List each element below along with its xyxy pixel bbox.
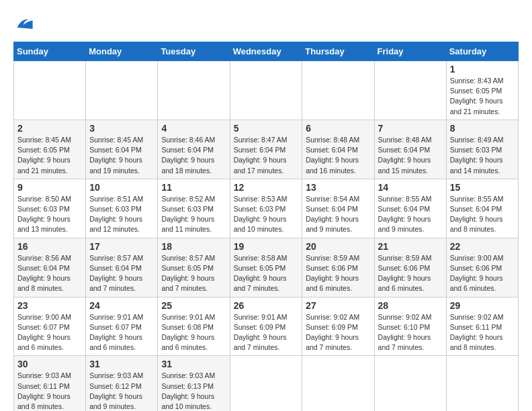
day-info: Sunrise: 9:02 AMSunset: 6:11 PMDaylight:… [450, 313, 504, 352]
day-number: 2 [17, 123, 82, 134]
day-number: 6 [306, 123, 370, 134]
day-number: 11 [161, 182, 226, 193]
calendar-cell [374, 61, 446, 120]
calendar-cell: 24Sunrise: 9:01 AMSunset: 6:07 PMDayligh… [86, 297, 158, 356]
day-info: Sunrise: 8:55 AMSunset: 6:04 PMDaylight:… [450, 195, 504, 234]
calendar-cell: 12Sunrise: 8:53 AMSunset: 6:03 PMDayligh… [230, 179, 302, 238]
calendar-cell: 1Sunrise: 8:43 AMSunset: 6:05 PMDaylight… [446, 61, 518, 120]
day-info: Sunrise: 8:59 AMSunset: 6:06 PMDaylight:… [306, 254, 359, 293]
day-number: 3 [89, 123, 154, 134]
day-number: 7 [378, 123, 443, 134]
calendar-cell: 31Sunrise: 9:03 AMSunset: 6:13 PMDayligh… [158, 356, 230, 411]
calendar-cell: 10Sunrise: 8:51 AMSunset: 6:03 PMDayligh… [86, 179, 158, 238]
calendar-cell: 2Sunrise: 8:45 AMSunset: 6:05 PMDaylight… [14, 120, 86, 179]
day-info: Sunrise: 9:01 AMSunset: 6:09 PMDaylight:… [234, 313, 287, 352]
day-number: 23 [17, 300, 82, 311]
weekday-header-saturday: Saturday [446, 42, 518, 61]
weekday-header-thursday: Thursday [302, 42, 374, 61]
day-info: Sunrise: 8:48 AMSunset: 6:04 PMDaylight:… [306, 136, 359, 175]
calendar-cell: 7Sunrise: 8:48 AMSunset: 6:04 PMDaylight… [374, 120, 446, 179]
day-info: Sunrise: 8:58 AMSunset: 6:05 PMDaylight:… [234, 254, 287, 293]
day-info: Sunrise: 8:59 AMSunset: 6:06 PMDaylight:… [378, 254, 432, 293]
day-info: Sunrise: 9:01 AMSunset: 6:08 PMDaylight:… [161, 313, 215, 352]
calendar-cell: 22Sunrise: 9:00 AMSunset: 6:06 PMDayligh… [446, 238, 518, 297]
day-number: 18 [161, 241, 226, 252]
day-number: 17 [89, 241, 154, 252]
day-info: Sunrise: 8:50 AMSunset: 6:03 PMDaylight:… [17, 195, 71, 234]
calendar-cell: 28Sunrise: 9:02 AMSunset: 6:10 PMDayligh… [374, 297, 446, 356]
calendar-cell [86, 61, 158, 120]
day-number: 13 [306, 182, 370, 193]
calendar-cell: 5Sunrise: 8:47 AMSunset: 6:04 PMDaylight… [230, 120, 302, 179]
calendar-week-row: 2Sunrise: 8:45 AMSunset: 6:05 PMDaylight… [14, 120, 519, 179]
calendar-week-row: 30Sunrise: 9:03 AMSunset: 6:11 PMDayligh… [14, 356, 519, 411]
day-info: Sunrise: 8:53 AMSunset: 6:03 PMDaylight:… [234, 195, 287, 234]
calendar-cell [158, 61, 230, 120]
day-number: 8 [450, 123, 515, 134]
day-number: 29 [450, 300, 515, 311]
day-number: 9 [17, 182, 82, 193]
calendar-week-row: 9Sunrise: 8:50 AMSunset: 6:03 PMDaylight… [14, 179, 519, 238]
day-info: Sunrise: 8:45 AMSunset: 6:04 PMDaylight:… [89, 136, 143, 175]
calendar-cell: 4Sunrise: 8:46 AMSunset: 6:04 PMDaylight… [158, 120, 230, 179]
day-number: 24 [89, 300, 154, 311]
calendar-cell: 16Sunrise: 8:56 AMSunset: 6:04 PMDayligh… [14, 238, 86, 297]
day-info: Sunrise: 9:02 AMSunset: 6:10 PMDaylight:… [378, 313, 432, 352]
calendar-cell: 29Sunrise: 9:02 AMSunset: 6:11 PMDayligh… [446, 297, 518, 356]
calendar-cell: 3Sunrise: 8:45 AMSunset: 6:04 PMDaylight… [86, 120, 158, 179]
day-info: Sunrise: 8:57 AMSunset: 6:04 PMDaylight:… [89, 254, 143, 293]
day-info: Sunrise: 9:01 AMSunset: 6:07 PMDaylight:… [89, 313, 143, 352]
day-number: 21 [378, 241, 443, 252]
calendar-cell [374, 356, 446, 411]
calendar-cell [302, 356, 374, 411]
day-info: Sunrise: 8:43 AMSunset: 6:05 PMDaylight:… [450, 77, 504, 116]
day-info: Sunrise: 9:00 AMSunset: 6:06 PMDaylight:… [450, 254, 504, 293]
day-info: Sunrise: 9:03 AMSunset: 6:12 PMDaylight:… [89, 371, 143, 410]
calendar-cell: 25Sunrise: 9:01 AMSunset: 6:08 PMDayligh… [158, 297, 230, 356]
logo [13, 13, 34, 35]
calendar-cell: 21Sunrise: 8:59 AMSunset: 6:06 PMDayligh… [374, 238, 446, 297]
day-number: 26 [234, 300, 299, 311]
day-info: Sunrise: 8:55 AMSunset: 6:04 PMDaylight:… [378, 195, 432, 234]
day-number: 4 [161, 123, 226, 134]
calendar-cell: 15Sunrise: 8:55 AMSunset: 6:04 PMDayligh… [446, 179, 518, 238]
day-info: Sunrise: 9:03 AMSunset: 6:13 PMDaylight:… [161, 371, 215, 410]
day-info: Sunrise: 8:54 AMSunset: 6:04 PMDaylight:… [306, 195, 359, 234]
weekday-header-tuesday: Tuesday [158, 42, 230, 61]
day-info: Sunrise: 8:56 AMSunset: 6:04 PMDaylight:… [17, 254, 71, 293]
weekday-header-sunday: Sunday [14, 42, 86, 61]
weekday-header-monday: Monday [86, 42, 158, 61]
day-info: Sunrise: 9:02 AMSunset: 6:09 PMDaylight:… [306, 313, 359, 352]
day-number: 1 [450, 64, 515, 75]
day-info: Sunrise: 8:46 AMSunset: 6:04 PMDaylight:… [161, 136, 215, 175]
day-number: 25 [161, 300, 226, 311]
day-info: Sunrise: 8:45 AMSunset: 6:05 PMDaylight:… [17, 136, 71, 175]
day-number: 30 [17, 359, 82, 369]
calendar-cell: 20Sunrise: 8:59 AMSunset: 6:06 PMDayligh… [302, 238, 374, 297]
calendar-cell: 31Sunrise: 9:03 AMSunset: 6:12 PMDayligh… [86, 356, 158, 411]
calendar-cell: 6Sunrise: 8:48 AMSunset: 6:04 PMDaylight… [302, 120, 374, 179]
day-info: Sunrise: 8:51 AMSunset: 6:03 PMDaylight:… [89, 195, 143, 234]
calendar-cell: 18Sunrise: 8:57 AMSunset: 6:05 PMDayligh… [158, 238, 230, 297]
day-info: Sunrise: 9:03 AMSunset: 6:11 PMDaylight:… [17, 371, 71, 410]
day-info: Sunrise: 8:49 AMSunset: 6:03 PMDaylight:… [450, 136, 504, 175]
calendar-cell [230, 61, 302, 120]
day-number: 22 [450, 241, 515, 252]
day-number: 5 [234, 123, 299, 134]
calendar-cell: 23Sunrise: 9:00 AMSunset: 6:07 PMDayligh… [14, 297, 86, 356]
day-number: 12 [234, 182, 299, 193]
calendar-cell: 17Sunrise: 8:57 AMSunset: 6:04 PMDayligh… [86, 238, 158, 297]
calendar-cell: 26Sunrise: 9:01 AMSunset: 6:09 PMDayligh… [230, 297, 302, 356]
weekday-header-friday: Friday [374, 42, 446, 61]
day-info: Sunrise: 8:52 AMSunset: 6:03 PMDaylight:… [161, 195, 215, 234]
calendar-cell: 8Sunrise: 8:49 AMSunset: 6:03 PMDaylight… [446, 120, 518, 179]
day-number: 14 [378, 182, 443, 193]
day-number: 16 [17, 241, 82, 252]
day-number: 10 [89, 182, 154, 193]
day-info: Sunrise: 8:48 AMSunset: 6:04 PMDaylight:… [378, 136, 432, 175]
calendar-table: SundayMondayTuesdayWednesdayThursdayFrid… [13, 42, 519, 411]
day-number: 15 [450, 182, 515, 193]
calendar-cell: 11Sunrise: 8:52 AMSunset: 6:03 PMDayligh… [158, 179, 230, 238]
calendar-cell [14, 61, 86, 120]
day-info: Sunrise: 9:00 AMSunset: 6:07 PMDaylight:… [17, 313, 71, 352]
